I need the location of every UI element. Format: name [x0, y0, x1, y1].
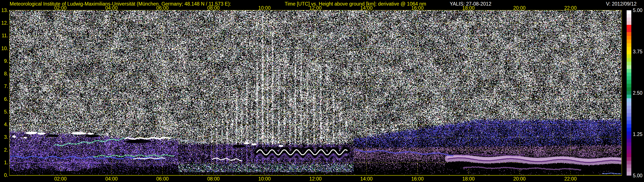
y-tick-label: 0. [0, 172, 8, 178]
x-tick-label-top: 16:00 [410, 5, 425, 11]
x-tick-label-bottom: 16:00 [410, 176, 425, 182]
page: Meteorological Institute of Ludwig-Maxim… [0, 0, 644, 182]
y-tick-label: 5. [0, 109, 8, 115]
x-tick-label-top: 18:00 [461, 5, 476, 11]
y-tick-label: 4. [0, 122, 8, 127]
x-tick-label-bottom: 06:00 [155, 176, 170, 182]
x-tick-label-top: 10:00 [257, 5, 272, 11]
x-tick-label-top: 06:00 [155, 5, 170, 11]
colorbar-label: 3.75 [633, 49, 642, 55]
x-tick-label-bottom: 10:00 [257, 176, 272, 182]
x-tick-label-bottom: 18:00 [461, 176, 476, 182]
plot-canvas [10, 10, 622, 175]
x-tick-label-bottom: 12:00 [308, 176, 323, 182]
y-tick-label: 6. [0, 96, 8, 102]
x-tick-label-top: 22:00 [563, 5, 578, 11]
x-tick-label-top: 02:00 [53, 5, 68, 11]
x-tick-label-bottom: 02:00 [53, 176, 68, 182]
x-tick-label-top: 08:00 [206, 5, 221, 11]
y-tick-label: 7. [0, 84, 8, 89]
x-tick-label-top: 20:00 [512, 5, 527, 11]
colorbar-label: 2.50 [633, 90, 642, 96]
y-tick-label: 1. [0, 160, 8, 166]
y-tick-label: 11. [0, 33, 8, 39]
x-tick-label-bottom: 08:00 [206, 176, 221, 182]
y-tick-label: 8. [0, 71, 8, 77]
x-tick-label-bottom: 04:00 [104, 176, 119, 182]
institute-title: Meteorological Institute of Ludwig-Maxim… [10, 1, 231, 7]
plot-title: Time [UTC] vs. Height above ground [km]:… [285, 1, 426, 7]
version-label: V: 2012/09/12 [606, 1, 636, 7]
x-tick-label-top: 12:00 [308, 5, 323, 11]
colorbar-canvas [626, 10, 631, 176]
y-tick-label: 13. [0, 7, 8, 13]
x-tick-label-bottom: 14:00 [359, 176, 374, 182]
colorbar-label: 5.00 [633, 173, 642, 179]
y-tick-label: 10. [0, 46, 8, 51]
y-tick-label: 2. [0, 147, 8, 153]
y-tick-label: 9. [0, 58, 8, 64]
x-tick-label-bottom: 22:00 [563, 176, 578, 182]
x-tick-label-top: 04:00 [104, 5, 119, 11]
colorbar-label: 5.00 [633, 7, 642, 13]
y-tick-label: 12. [0, 20, 8, 26]
x-tick-label-top: 14:00 [359, 5, 374, 11]
x-tick-label-bottom: 20:00 [512, 176, 527, 182]
colorbar-label: 1.25 [633, 131, 642, 137]
y-tick-label: 3. [0, 134, 8, 140]
